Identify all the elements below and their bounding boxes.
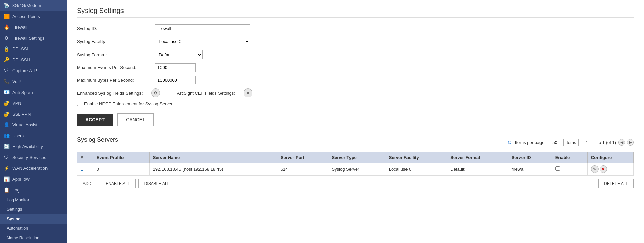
sidebar-label-virtual-assist: Virtual Assist (12, 122, 37, 127)
sidebar-item-3g-modem[interactable]: 📡3G/4G/Modem (0, 0, 67, 11)
syslog-id-input[interactable] (155, 24, 250, 33)
vpn-icon: 🔐 (3, 100, 10, 106)
sidebar-item-appflow[interactable]: 📊AppFlow (0, 174, 67, 184)
sidebar-item-access-points[interactable]: 📶Access Points (0, 11, 67, 22)
sidebar-item-firewall-settings[interactable]: ⚙Firewall Settings (0, 33, 67, 43)
page-title: Syslog Settings (77, 7, 634, 18)
sidebar-item-ssl-vpn[interactable]: 🔐SSL VPN (0, 108, 67, 119)
accept-button[interactable]: ACCEPT (77, 114, 113, 126)
refresh-icon[interactable]: ↻ (506, 139, 513, 146)
log-icon: 📋 (3, 187, 10, 193)
items-per-page-input[interactable] (547, 139, 564, 146)
high-availability-icon: 🔄 (3, 143, 10, 149)
sidebar-label-high-availability: High Availability (12, 144, 43, 149)
sidebar-item-name-resolution[interactable]: Name Resolution (0, 233, 67, 243)
items-per-page-label: Items per page (515, 140, 545, 145)
sidebar-label-dpi-ssh: DPI-SSH (12, 57, 30, 62)
sidebar-item-security-services[interactable]: 🛡Security Services (0, 152, 67, 163)
table-cell: Default (447, 163, 508, 176)
sidebar-item-vpn[interactable]: 🔐VPN (0, 98, 67, 108)
next-page-btn[interactable]: ▶ (627, 139, 634, 146)
sidebar-item-syslog[interactable]: Syslog (0, 214, 67, 224)
syslog-servers-title: Syslog Servers (77, 136, 118, 143)
ndpp-checkbox[interactable] (77, 102, 81, 106)
row-delete-btn[interactable]: ✕ (600, 165, 607, 173)
prev-page-btn[interactable]: ◀ (618, 139, 625, 146)
sidebar-label-firewall-settings: Firewall Settings (12, 36, 44, 41)
enable-all-button[interactable]: ENABLE ALL (100, 179, 135, 188)
anti-spam-icon: 📧 (3, 89, 10, 95)
sidebar-item-voip[interactable]: 📞VoIP (0, 76, 67, 87)
syslog-format-select[interactable]: Default Enhanced (155, 50, 203, 59)
wan-acceleration-icon: ⚡ (3, 165, 10, 171)
syslog-id-row: Syslog ID: (77, 24, 634, 33)
arcsight-label: ArcSight CEF Fields Settings: (177, 90, 235, 96)
max-bytes-input[interactable] (155, 76, 196, 84)
syslog-format-label: Syslog Format: (77, 52, 155, 57)
col-enable: Enable (552, 152, 587, 163)
syslog-facility-row: Syslog Facility: Local use 0 Local use 1… (77, 37, 634, 46)
arcsight-settings-btn[interactable]: ✕ (244, 88, 252, 97)
sidebar-item-settings[interactable]: Settings (0, 205, 67, 214)
max-events-row: Maximum Events Per Second: (77, 63, 634, 72)
enhanced-syslog-row: Enhanced Syslog Fields Settings: ⚙ ArcSi… (77, 88, 634, 97)
main-content: Syslog Settings Syslog ID: Syslog Facili… (67, 0, 644, 243)
sidebar-item-log[interactable]: 📋Log (0, 184, 67, 195)
virtual-assist-icon: 👤 (3, 122, 10, 128)
disable-all-button[interactable]: DISABLE ALL (138, 179, 175, 188)
sidebar-label-syslog: Syslog (7, 217, 21, 221)
sidebar-item-log-monitor[interactable]: Log Monitor (0, 195, 67, 205)
col-server-type: Server Type (328, 152, 385, 163)
enhanced-syslog-settings-btn[interactable]: ⚙ (151, 88, 160, 97)
sidebar-item-virtual-assist[interactable]: 👤Virtual Assist (0, 119, 67, 130)
sidebar-item-dpi-ssh[interactable]: 🔑DPI-SSH (0, 54, 67, 65)
max-events-input[interactable] (155, 63, 196, 72)
sidebar-item-anti-spam[interactable]: 📧Anti-Spam (0, 87, 67, 98)
table-cell: 0 (93, 163, 149, 176)
row-num-link[interactable]: 1 (81, 167, 83, 172)
table-body: 10192.168.18.45 (host 192.168.18.45)514S… (77, 163, 634, 176)
syslog-id-label: Syslog ID: (77, 26, 155, 31)
sidebar-item-capture-atp[interactable]: 🛡Capture ATP (0, 65, 67, 76)
col-server-name: Server Name (149, 152, 277, 163)
syslog-facility-select[interactable]: Local use 0 Local use 1 Local use 2 Loca… (155, 37, 250, 46)
firewall-icon: 🔥 (3, 24, 10, 30)
sidebar-label-automation: Automation (7, 226, 28, 231)
table-cell: Local use 0 (385, 163, 447, 176)
table-header-row: # Event Profile Server Name Server Port … (77, 152, 634, 163)
sidebar-label-ssl-vpn: SSL VPN (12, 112, 31, 117)
sidebar-item-dpi-ssl[interactable]: 🔒DPI-SSL (0, 43, 67, 54)
sidebar-label-users: Users (12, 133, 24, 138)
sidebar-item-firewall[interactable]: 🔥Firewall (0, 22, 67, 33)
firewall-settings-icon: ⚙ (3, 35, 10, 41)
current-page-input[interactable] (578, 139, 595, 146)
capture-atp-icon: 🛡 (3, 67, 10, 74)
sidebar-label-security-services: Security Services (12, 155, 46, 160)
sidebar-item-users[interactable]: 👥Users (0, 130, 67, 141)
add-button[interactable]: ADD (77, 179, 97, 188)
cancel-button[interactable]: CANCEL (117, 113, 154, 126)
sidebar-item-high-availability[interactable]: 🔄High Availability (0, 141, 67, 152)
row-edit-btn[interactable]: ✎ (591, 165, 599, 173)
pagination-controls: ↻ Items per page Items to 1 (of 1) ◀ ▶ (506, 139, 634, 146)
col-event-profile: Event Profile (93, 152, 149, 163)
sidebar-label-capture-atp: Capture ATP (12, 68, 37, 73)
max-events-label: Maximum Events Per Second: (77, 65, 155, 70)
table-cell: Syslog Server (328, 163, 385, 176)
row-enable-checkbox[interactable] (555, 166, 560, 171)
syslog-format-row: Syslog Format: Default Enhanced (77, 50, 634, 59)
ndpp-row: Enable NDPP Enforcement for Syslog Serve… (77, 101, 634, 106)
ndpp-label: Enable NDPP Enforcement for Syslog Serve… (84, 101, 173, 106)
delete-all-button[interactable]: DELETE ALL (598, 179, 634, 188)
sidebar-item-automation[interactable]: Automation (0, 224, 67, 233)
sidebar-label-appflow: AppFlow (12, 177, 30, 182)
items-label: Items (566, 140, 576, 145)
sidebar-label-log-monitor: Log Monitor (7, 198, 29, 202)
table-row: 10192.168.18.45 (host 192.168.18.45)514S… (77, 163, 634, 176)
sidebar-item-wan-acceleration[interactable]: ⚡WAN Acceleration (0, 163, 67, 174)
sidebar-label-vpn: VPN (12, 101, 21, 106)
table-head: # Event Profile Server Name Server Port … (77, 152, 634, 163)
sidebar-label-wan-acceleration: WAN Acceleration (12, 166, 48, 171)
col-server-facility: Server Facility (385, 152, 447, 163)
voip-icon: 📞 (3, 78, 10, 84)
